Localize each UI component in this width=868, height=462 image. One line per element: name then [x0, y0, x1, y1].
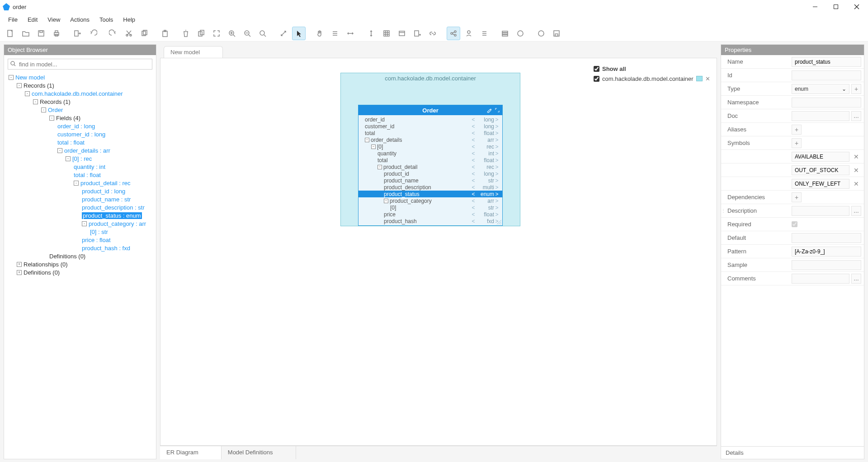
entity-field-row[interactable]: product_description<multi> [359, 184, 502, 191]
entity-field-row[interactable]: order_id<long> [359, 116, 502, 123]
h-flip-icon[interactable] [344, 27, 357, 40]
prop-default-input[interactable] [792, 233, 861, 243]
menu-tools[interactable]: Tools [95, 15, 118, 24]
pointer-icon[interactable] [292, 27, 306, 40]
details-footer[interactable]: Details [721, 446, 864, 459]
close-button[interactable] [846, 0, 867, 14]
save2-icon[interactable] [550, 27, 563, 40]
resize-handle-icon[interactable] [497, 220, 501, 224]
prop-pattern-input[interactable] [792, 247, 861, 257]
search-input[interactable] [8, 59, 152, 70]
prop-type-select[interactable]: enum⌄ [792, 84, 849, 94]
add-record-icon[interactable] [410, 27, 424, 40]
undo-icon[interactable] [86, 27, 99, 40]
prop-name-input[interactable] [792, 57, 861, 67]
entity-field-row[interactable]: product_status<enum> [359, 191, 502, 197]
expand-icon[interactable] [494, 107, 500, 113]
entity-field-row[interactable]: price<float> [359, 211, 502, 218]
add-type-button[interactable]: + [851, 84, 861, 94]
entity-field-row[interactable]: −product_category<arr> [359, 197, 502, 204]
entity-order[interactable]: Order order_id<long>customer_id<long>tot… [358, 105, 503, 226]
symbol-input[interactable] [792, 179, 849, 189]
field-toggle-icon[interactable]: − [365, 138, 369, 142]
link-icon[interactable] [426, 27, 439, 40]
v-flip-icon[interactable] [364, 27, 378, 40]
tree-toggle-icon[interactable]: - [82, 221, 87, 226]
entity-field-row[interactable]: customer_id<long> [359, 123, 502, 130]
prop-description-input[interactable] [792, 206, 849, 216]
entity-header[interactable]: Order [359, 105, 502, 115]
add-dependency-button[interactable]: + [792, 192, 802, 202]
hand-icon[interactable] [313, 27, 326, 40]
zoom-in-icon[interactable] [225, 27, 239, 40]
remove-symbol-button[interactable]: ✕ [851, 165, 861, 175]
tree-item[interactable]: -Records (1) [9, 98, 153, 106]
maximize-button[interactable] [826, 0, 846, 14]
tab-model[interactable]: New model [164, 46, 223, 58]
add-alias-button[interactable]: + [792, 125, 802, 135]
down-icon[interactable] [534, 27, 548, 40]
description-more-button[interactable]: … [851, 206, 861, 216]
tree-item[interactable]: customer_id : long [9, 130, 153, 138]
entity-field-row[interactable]: product_hash<fxd> [359, 218, 502, 224]
menu-actions[interactable]: Actions [66, 15, 94, 24]
diagram-canvas[interactable]: com.hackolade.db.model.container Order o… [160, 58, 717, 446]
comments-more-button[interactable]: … [851, 274, 861, 284]
entity-field-row[interactable]: −order_details<arr> [359, 136, 502, 143]
tree-item[interactable]: total : float [9, 171, 153, 179]
tree-item[interactable]: +Definitions (0) [9, 268, 153, 276]
tree-item[interactable]: order_id : long [9, 122, 153, 130]
tree-toggle-icon[interactable]: - [74, 181, 79, 186]
menu-edit[interactable]: Edit [23, 15, 42, 24]
tree-item[interactable]: [0] : str [9, 228, 153, 236]
tree-item[interactable]: quantity : int [9, 163, 153, 171]
zoom-out-icon[interactable] [241, 27, 254, 40]
entity-field-row[interactable]: product_id<long> [359, 170, 502, 177]
share-icon[interactable] [447, 27, 460, 40]
tree-item[interactable]: product_id : long [9, 187, 153, 195]
prop-comments-input[interactable] [792, 274, 849, 284]
tree-toggle-icon[interactable]: - [33, 99, 38, 104]
legend-remove-icon[interactable]: ✕ [705, 75, 710, 82]
container-rect[interactable]: com.hackolade.db.model.container Order o… [340, 73, 520, 226]
minimize-button[interactable] [805, 0, 826, 14]
tree-item[interactable]: -Fields (4) [9, 114, 153, 122]
tree-item[interactable]: price : float [9, 236, 153, 244]
cut-icon[interactable] [122, 27, 136, 40]
paste-icon[interactable] [158, 27, 172, 40]
remove-symbol-button[interactable]: ✕ [851, 152, 861, 162]
entity-field-row[interactable]: −[0]<rec> [359, 143, 502, 150]
duplicate-icon[interactable] [194, 27, 208, 40]
new-file-icon[interactable] [4, 27, 17, 40]
expand-icon[interactable] [277, 27, 290, 40]
tree-item[interactable]: product_status : enum [9, 211, 153, 219]
tree-toggle-icon[interactable]: - [57, 148, 62, 153]
tree[interactable]: -New model-Records (1)-com.hackolade.db.… [4, 73, 156, 459]
tree-item[interactable]: -product_category : arr [9, 219, 153, 228]
remove-symbol-button[interactable]: ✕ [851, 179, 861, 189]
legend-container-checkbox[interactable] [594, 76, 599, 82]
tree-item[interactable]: -Order [9, 106, 153, 114]
prop-id-input[interactable] [792, 70, 861, 80]
tree-toggle-icon[interactable]: - [66, 156, 71, 161]
edit-icon[interactable] [486, 107, 492, 113]
entity-field-row[interactable]: quantity<int> [359, 150, 502, 157]
tree-item[interactable]: -New model [9, 73, 153, 81]
menu-view[interactable]: View [43, 15, 65, 24]
tree-toggle-icon[interactable]: - [25, 91, 30, 96]
tree-item[interactable]: -Records (1) [9, 81, 153, 89]
tree-item[interactable]: -order_details : arr [9, 146, 153, 154]
menu-file[interactable]: File [4, 15, 22, 24]
redo-icon[interactable] [107, 27, 120, 40]
user-icon[interactable] [462, 27, 476, 40]
prop-sample-input[interactable] [792, 260, 861, 270]
delete-icon[interactable] [179, 27, 193, 40]
field-toggle-icon[interactable]: − [384, 199, 388, 203]
tree-toggle-icon[interactable]: - [41, 107, 46, 112]
prop-required-checkbox[interactable] [792, 221, 797, 227]
bottom-tab-er-diagram[interactable]: ER Diagram [160, 446, 222, 459]
print-icon[interactable] [50, 27, 63, 40]
tree-toggle-icon[interactable]: + [17, 270, 22, 275]
symbol-input[interactable] [792, 152, 849, 162]
tree-item[interactable]: product_name : str [9, 195, 153, 203]
